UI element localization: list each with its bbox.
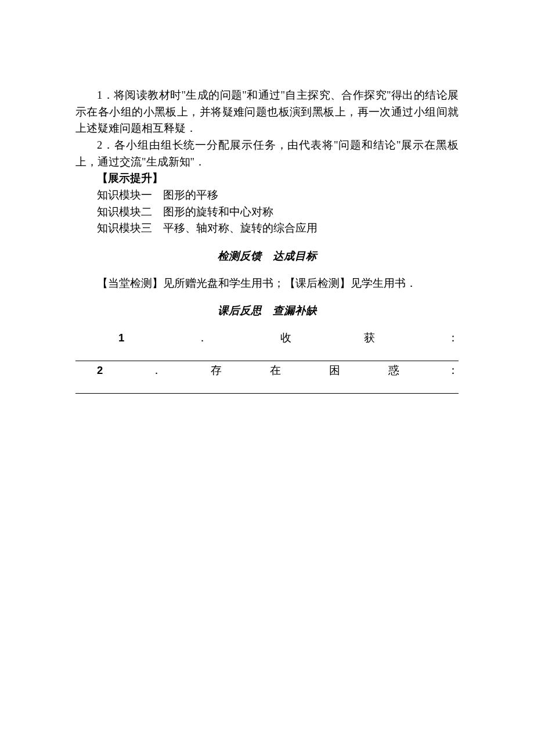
paragraph-2: 2．各小组由组长统一分配展示任务，由代表将"问题和结论"展示在黑板上，通过交流"… [75,137,459,170]
reflect1-blank-line [75,348,459,361]
reflect2-blank-line [75,380,459,394]
reflect1-c2: 获 [342,330,375,347]
module-1: 知识模块一 图形的平移 [75,187,459,204]
reflect2-c1: 存 [211,362,222,379]
reflect2-c3: 困 [329,362,340,379]
reflect2-c2: 在 [270,362,281,379]
reflect-row-2: 2 ． 存 在 困 惑 ： [75,362,459,379]
reflect-row-1: 1 ． 收 获 ： [75,330,459,347]
heading-reflect: 课后反思 查漏补缺 [75,303,459,319]
reflect1-num: 1 [97,330,124,347]
module-3: 知识模块三 平移、轴对称、旋转的综合应用 [75,220,459,237]
heading-feedback: 检测反馈 达成目标 [75,248,459,265]
reflect2-num: 2 [97,362,103,379]
module-2: 知识模块二 图形的旋转和中心对称 [75,204,459,221]
paragraph-1: 1．将阅读教材时"生成的问题"和通过"自主探究、合作探究"得出的结论展示在各小组… [75,87,459,137]
reflect1-dot: ． [175,330,208,347]
reflect2-dot: ． [151,362,162,379]
document-page: 1．将阅读教材时"生成的问题"和通过"自主探究、合作探究"得出的结论展示在各小组… [0,0,534,417]
reflect1-c1: 收 [259,330,291,347]
reflect1-colon: ： [426,330,459,347]
reflect2-colon: ： [448,362,459,379]
heading-display-elevate: 【展示提升】 [75,170,459,187]
check-line: 【当堂检测】见所赠光盘和学生用书；【课后检测】见学生用书． [75,275,459,292]
reflect2-c4: 惑 [388,362,399,379]
